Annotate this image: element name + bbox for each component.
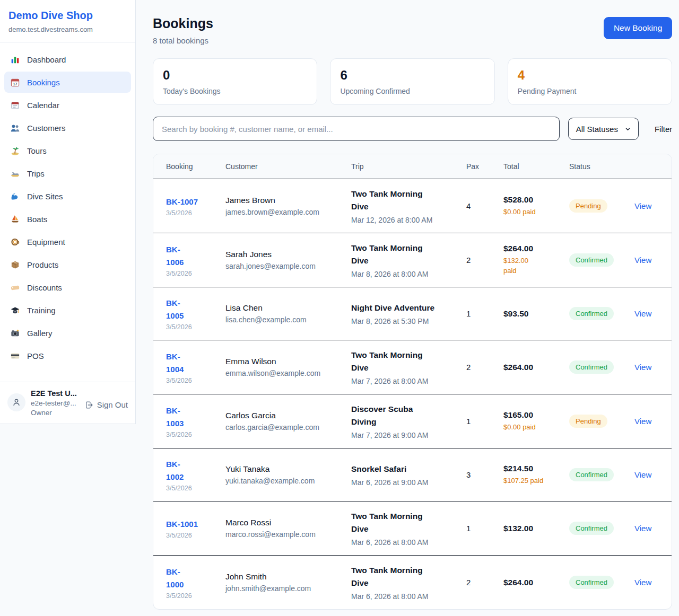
svg-text:17: 17 xyxy=(13,82,17,86)
sidebar-item-calendar[interactable]: Calendar xyxy=(4,94,131,116)
table-row: BK- 1004 3/5/2026 Emma Wilson emma.wilso… xyxy=(153,340,672,394)
status-badge: Pending xyxy=(569,199,607,213)
booking-date: 3/5/2026 xyxy=(166,323,218,331)
booking-date: 3/5/2026 xyxy=(166,431,218,438)
sidebar-item-products[interactable]: Products xyxy=(4,254,131,275)
customer-name: Lisa Chen xyxy=(225,303,344,313)
sidebar-item-label: Tours xyxy=(27,146,47,155)
booking-date: 3/5/2026 xyxy=(166,485,218,492)
column-header-total: Total xyxy=(503,162,569,171)
shop-domain: demo.test.divestreams.com xyxy=(8,25,127,33)
avatar xyxy=(7,393,25,411)
column-header-status: Status xyxy=(569,162,634,171)
table-row: BK- 1005 3/5/2026 Lisa Chen lisa.chen@ex… xyxy=(153,287,672,340)
stat-label: Today's Bookings xyxy=(163,87,307,95)
user-email: e2e-tester@... xyxy=(31,399,80,407)
pax-count: 1 xyxy=(466,524,503,533)
page-header-text: Bookings 8 total bookings xyxy=(153,16,213,45)
logout-icon xyxy=(85,401,93,409)
wave-icon xyxy=(10,191,20,201)
sidebar-item-label: Equipment xyxy=(27,237,65,247)
status-filter-select[interactable]: All Statuses xyxy=(568,118,639,140)
paid-amount: $0.00 paid xyxy=(503,207,562,217)
status-badge: Confirmed xyxy=(569,576,614,589)
filter-button[interactable]: Filter xyxy=(655,120,672,138)
view-link[interactable]: View xyxy=(634,256,651,265)
stat-value: 4 xyxy=(518,68,662,83)
speedboat-icon xyxy=(10,168,20,179)
stat-card: 0 Today's Bookings xyxy=(153,58,317,105)
total-amount: $264.00 xyxy=(503,244,562,253)
bookings-table: Booking Customer Trip Pax Total Status B… xyxy=(153,154,672,610)
shop-logo[interactable]: Demo Dive Shop demo.test.divestreams.com xyxy=(0,0,135,42)
table-header-row: Booking Customer Trip Pax Total Status xyxy=(153,154,672,179)
column-header-trip: Trip xyxy=(351,162,466,171)
customer-email: james.brown@example.com xyxy=(225,208,344,216)
booking-id-link[interactable]: BK- 1000 xyxy=(166,566,184,591)
booking-id-link[interactable]: BK- 1003 xyxy=(166,404,184,430)
sidebar-item-boats[interactable]: Boats xyxy=(4,208,131,230)
status-badge: Confirmed xyxy=(569,360,614,374)
booking-id-link[interactable]: BK- 1005 xyxy=(166,297,184,322)
app-root: Demo Dive Shop demo.test.divestreams.com… xyxy=(0,0,679,616)
pax-count: 3 xyxy=(466,470,503,479)
trip-time: Mar 8, 2026 at 5:30 PM xyxy=(351,317,459,325)
sidebar-item-gallery[interactable]: Gallery xyxy=(4,322,131,344)
paid-amount: $107.25 paid xyxy=(503,476,562,486)
booking-date: 3/5/2026 xyxy=(166,270,218,277)
view-link[interactable]: View xyxy=(634,524,651,533)
view-link[interactable]: View xyxy=(634,363,651,372)
sidebar-item-label: Bookings xyxy=(27,78,60,87)
sidebar-item-dive-sites[interactable]: Dive Sites xyxy=(4,186,131,207)
sidebar-item-label: Boats xyxy=(27,215,47,224)
search-input[interactable] xyxy=(153,117,560,141)
booking-date: 3/5/2026 xyxy=(166,377,218,384)
new-booking-button[interactable]: New Booking xyxy=(604,17,672,39)
sidebar-item-label: Customers xyxy=(27,124,66,133)
user-role: Owner xyxy=(31,409,80,417)
view-link[interactable]: View xyxy=(634,201,651,210)
column-header-customer: Customer xyxy=(225,162,351,171)
trip-name: Two Tank Morning Dive xyxy=(351,242,459,267)
sidebar-item-discounts[interactable]: Discounts xyxy=(4,277,131,298)
total-amount: $264.00 xyxy=(503,363,562,372)
sidebar-item-training[interactable]: Training xyxy=(4,300,131,321)
sign-out-button[interactable]: Sign Out xyxy=(85,400,128,409)
table-row: BK- 1002 3/5/2026 Yuki Tanaka yuki.tanak… xyxy=(153,448,672,501)
view-link[interactable]: View xyxy=(634,417,651,426)
table-body: BK-1007 3/5/2026 James Brown james.brown… xyxy=(153,179,672,609)
customer-name: James Brown xyxy=(225,196,344,205)
sidebar-item-dashboard[interactable]: Dashboard xyxy=(4,49,131,70)
sidebar: Demo Dive Shop demo.test.divestreams.com… xyxy=(0,0,136,424)
table-row: BK-1001 3/5/2026 Marco Rossi marco.rossi… xyxy=(153,501,672,556)
island-icon xyxy=(10,145,20,156)
sidebar-item-label: Gallery xyxy=(27,329,53,338)
sidebar-item-label: Dashboard xyxy=(27,55,66,64)
booking-date: 3/5/2026 xyxy=(166,592,218,600)
booking-id-link[interactable]: BK-1001 xyxy=(166,518,198,531)
booking-date: 3/5/2026 xyxy=(166,532,218,539)
grad-cap-icon xyxy=(10,305,20,315)
booking-id-link[interactable]: BK- 1004 xyxy=(166,350,184,376)
view-link[interactable]: View xyxy=(634,470,651,479)
total-amount: $165.00 xyxy=(503,410,562,420)
booking-id-link[interactable]: BK- 1006 xyxy=(166,243,184,269)
status-filter-value: All Statuses xyxy=(576,125,618,134)
view-link[interactable]: View xyxy=(634,578,651,587)
total-amount: $214.50 xyxy=(503,464,562,473)
sidebar-item-equipment[interactable]: Equipment xyxy=(4,231,131,252)
column-header-booking: Booking xyxy=(166,162,225,171)
total-amount: $132.00 xyxy=(503,524,562,533)
view-link[interactable]: View xyxy=(634,309,651,318)
sidebar-item-trips[interactable]: Trips xyxy=(4,163,131,184)
calendar-icon xyxy=(10,100,20,110)
credit-card-icon xyxy=(10,350,20,361)
sidebar-item-pos[interactable]: POS xyxy=(4,345,131,366)
booking-id-link[interactable]: BK- 1002 xyxy=(166,458,184,483)
sidebar-item-tours[interactable]: Tours xyxy=(4,140,131,161)
customer-email: emma.wilson@example.com xyxy=(225,369,344,377)
trip-time: Mar 7, 2026 at 8:00 AM xyxy=(351,377,459,385)
sidebar-item-customers[interactable]: Customers xyxy=(4,117,131,138)
sidebar-item-bookings[interactable]: 17 Bookings xyxy=(4,72,131,93)
booking-id-link[interactable]: BK-1007 xyxy=(166,196,198,208)
